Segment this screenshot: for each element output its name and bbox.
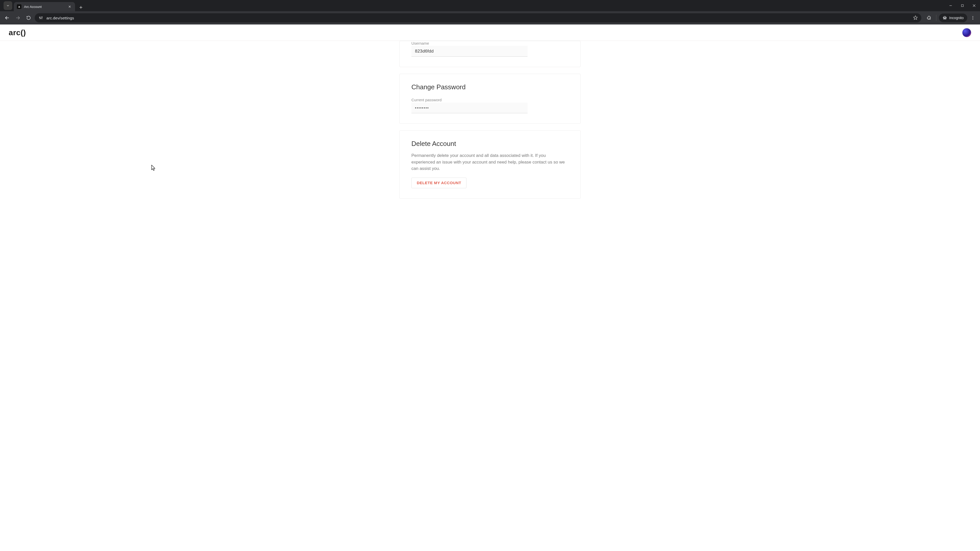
username-input[interactable] bbox=[411, 46, 528, 57]
nav-reload-button[interactable] bbox=[24, 13, 33, 22]
incognito-label: Incognito bbox=[949, 16, 964, 20]
delete-my-account-button[interactable]: DELETE MY ACCOUNT bbox=[411, 178, 466, 188]
svg-rect-5 bbox=[961, 5, 963, 6]
tab-close-icon[interactable] bbox=[67, 4, 72, 9]
window-controls bbox=[945, 0, 980, 11]
settings-content: Username Change Password Current passwor… bbox=[399, 41, 581, 199]
tab-search-button[interactable] bbox=[3, 1, 12, 10]
browser-tab-active[interactable]: a Arc Account bbox=[14, 2, 75, 11]
site-header: arc() bbox=[0, 24, 980, 41]
toolbar-right: Incognito bbox=[924, 13, 977, 22]
browser-toolbar: arc.dev/settings Incognito bbox=[0, 11, 980, 24]
incognito-chip[interactable]: Incognito bbox=[939, 14, 967, 22]
change-password-card: Change Password Current password bbox=[399, 74, 581, 124]
svg-point-14 bbox=[41, 18, 41, 19]
svg-point-19 bbox=[973, 16, 974, 17]
svg-point-15 bbox=[41, 17, 42, 17]
site-settings-icon[interactable] bbox=[38, 15, 43, 21]
window-maximize-button[interactable] bbox=[956, 0, 968, 11]
svg-marker-16 bbox=[914, 16, 918, 19]
tab-strip: a Arc Account bbox=[0, 0, 980, 11]
current-password-input[interactable] bbox=[411, 103, 528, 113]
svg-point-13 bbox=[39, 17, 40, 18]
nav-back-button[interactable] bbox=[3, 13, 12, 22]
tab-favicon-icon: a bbox=[17, 4, 21, 9]
delete-account-description: Permanently delete your account and all … bbox=[411, 152, 569, 172]
svg-point-20 bbox=[973, 17, 974, 18]
delete-account-card: Delete Account Permanently delete your a… bbox=[399, 130, 581, 199]
address-bar[interactable]: arc.dev/settings bbox=[35, 13, 921, 22]
page-viewport[interactable]: arc() Username Change Password Current p… bbox=[0, 24, 980, 551]
browser-chrome: a Arc Account bbox=[0, 0, 980, 24]
svg-point-18 bbox=[945, 18, 946, 19]
browser-menu-icon[interactable] bbox=[968, 13, 977, 22]
extensions-icon[interactable] bbox=[924, 13, 934, 22]
nav-forward-button[interactable] bbox=[13, 13, 22, 22]
bookmark-star-icon[interactable] bbox=[913, 15, 918, 21]
avatar[interactable] bbox=[962, 28, 971, 37]
window-close-button[interactable] bbox=[968, 0, 980, 11]
new-tab-button[interactable] bbox=[77, 3, 85, 11]
delete-account-title: Delete Account bbox=[411, 140, 569, 148]
svg-point-21 bbox=[973, 19, 974, 20]
username-card: Username bbox=[399, 41, 581, 67]
change-password-title: Change Password bbox=[411, 83, 569, 91]
username-label: Username bbox=[411, 41, 569, 45]
address-bar-url: arc.dev/settings bbox=[46, 16, 910, 20]
window-minimize-button[interactable] bbox=[945, 0, 956, 11]
svg-point-17 bbox=[943, 18, 945, 19]
current-password-label: Current password bbox=[411, 98, 569, 102]
site-logo[interactable]: arc() bbox=[9, 28, 26, 37]
tab-title: Arc Account bbox=[24, 5, 65, 9]
